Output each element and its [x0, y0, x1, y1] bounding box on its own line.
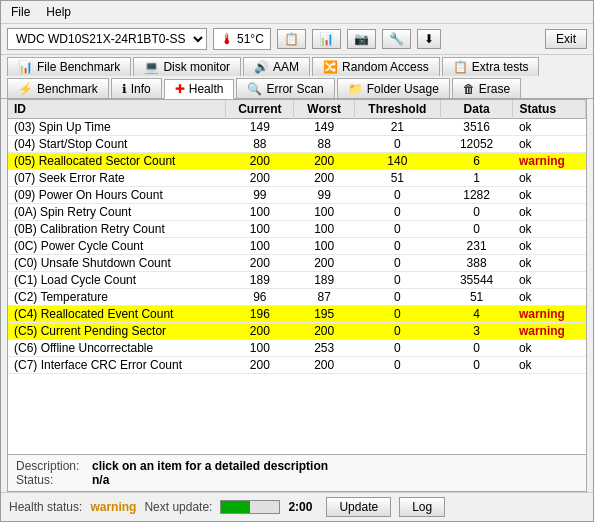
cell-worst: 149 — [294, 119, 354, 136]
tab-folder-usage[interactable]: 📁 Folder Usage — [337, 78, 450, 98]
tab-extra-tests[interactable]: 📋 Extra tests — [442, 57, 540, 76]
desc-label: Description: — [16, 459, 86, 473]
description-area: Description: click on an item for a deta… — [8, 454, 586, 491]
table-row[interactable]: (C7) Interface CRC Error Count 200 200 0… — [8, 357, 586, 374]
cell-id: (C1) Load Cycle Count — [8, 272, 226, 289]
cell-threshold: 0 — [354, 136, 440, 153]
table-row[interactable]: (03) Spin Up Time 149 149 21 3516 ok — [8, 119, 586, 136]
cell-id: (C6) Offline Uncorrectable — [8, 340, 226, 357]
table-row[interactable]: (0B) Calibration Retry Count 100 100 0 0… — [8, 221, 586, 238]
cell-data: 0 — [440, 340, 513, 357]
info-icon: ℹ — [122, 82, 127, 96]
tab-aam[interactable]: 🔊 AAM — [243, 57, 310, 76]
table-row[interactable]: (04) Start/Stop Count 88 88 0 12052 ok — [8, 136, 586, 153]
col-header-worst: Worst — [294, 100, 354, 119]
cell-current: 200 — [226, 255, 294, 272]
table-row[interactable]: (C6) Offline Uncorrectable 100 253 0 0 o… — [8, 340, 586, 357]
cell-threshold: 0 — [354, 187, 440, 204]
cell-threshold: 0 — [354, 238, 440, 255]
toolbar-btn-1[interactable]: 📋 — [277, 29, 306, 49]
cell-worst: 100 — [294, 221, 354, 238]
cell-threshold: 0 — [354, 255, 440, 272]
cell-id: (03) Spin Up Time — [8, 119, 226, 136]
col-header-data: Data — [440, 100, 513, 119]
tab-benchmark[interactable]: ⚡ Benchmark — [7, 78, 109, 98]
extra-tests-icon: 📋 — [453, 60, 468, 74]
main-window: File Help WDC WD10S21X-24R1BT0-SSHD-8GB … — [0, 0, 594, 522]
tab-info[interactable]: ℹ Info — [111, 78, 162, 98]
table-row[interactable]: (C1) Load Cycle Count 189 189 0 35544 ok — [8, 272, 586, 289]
cell-id: (09) Power On Hours Count — [8, 187, 226, 204]
cell-threshold: 51 — [354, 170, 440, 187]
erase-icon: 🗑 — [463, 82, 475, 96]
table-row[interactable]: (C0) Unsafe Shutdown Count 200 200 0 388… — [8, 255, 586, 272]
col-header-threshold: Threshold — [354, 100, 440, 119]
cell-data: 0 — [440, 221, 513, 238]
cell-threshold: 0 — [354, 323, 440, 340]
progress-bar-fill — [221, 501, 250, 513]
drive-selector[interactable]: WDC WD10S21X-24R1BT0-SSHD-8GB ( — [7, 28, 207, 50]
table-row[interactable]: (C2) Temperature 96 87 0 51 ok — [8, 289, 586, 306]
cell-worst: 99 — [294, 187, 354, 204]
cell-data: 12052 — [440, 136, 513, 153]
aam-icon: 🔊 — [254, 60, 269, 74]
cell-current: 100 — [226, 221, 294, 238]
cell-data: 51 — [440, 289, 513, 306]
cell-status: ok — [513, 289, 586, 306]
cell-data: 6 — [440, 153, 513, 170]
time-display: 2:00 — [288, 500, 318, 514]
cell-status: ok — [513, 357, 586, 374]
table-row[interactable]: (05) Reallocated Sector Count 200 200 14… — [8, 153, 586, 170]
status-label: Status: — [16, 473, 86, 487]
temperature-value: 51°C — [237, 32, 264, 46]
tabs-row2: ⚡ Benchmark ℹ Info ✚ Health 🔍 Error Scan… — [1, 76, 593, 99]
table-row[interactable]: (09) Power On Hours Count 99 99 0 1282 o… — [8, 187, 586, 204]
table-row[interactable]: (0C) Power Cycle Count 100 100 0 231 ok — [8, 238, 586, 255]
tab-disk-monitor[interactable]: 💻 Disk monitor — [133, 57, 241, 76]
cell-current: 99 — [226, 187, 294, 204]
col-header-status: Status — [513, 100, 586, 119]
cell-status: warning — [513, 323, 586, 340]
menu-help[interactable]: Help — [42, 4, 75, 20]
tab-random-access[interactable]: 🔀 Random Access — [312, 57, 440, 76]
cell-status: ok — [513, 221, 586, 238]
log-button[interactable]: Log — [399, 497, 445, 517]
cell-data: 35544 — [440, 272, 513, 289]
cell-threshold: 0 — [354, 221, 440, 238]
exit-button[interactable]: Exit — [545, 29, 587, 49]
cell-worst: 100 — [294, 204, 354, 221]
cell-threshold: 21 — [354, 119, 440, 136]
smart-table-container[interactable]: ID Current Worst Threshold Data Status (… — [8, 100, 586, 454]
tab-erase[interactable]: 🗑 Erase — [452, 78, 521, 98]
tab-error-scan[interactable]: 🔍 Error Scan — [236, 78, 334, 98]
cell-id: (C2) Temperature — [8, 289, 226, 306]
table-row[interactable]: (C4) Reallocated Event Count 196 195 0 4… — [8, 306, 586, 323]
cell-data: 3516 — [440, 119, 513, 136]
cell-current: 200 — [226, 323, 294, 340]
toolbar-btn-3[interactable]: 📷 — [347, 29, 376, 49]
tab-health[interactable]: ✚ Health — [164, 79, 235, 99]
benchmark-icon: ⚡ — [18, 82, 33, 96]
table-row[interactable]: (C5) Current Pending Sector 200 200 0 3 … — [8, 323, 586, 340]
cell-worst: 88 — [294, 136, 354, 153]
cell-id: (C0) Unsafe Shutdown Count — [8, 255, 226, 272]
tab-file-benchmark[interactable]: 📊 File Benchmark — [7, 57, 131, 76]
cell-worst: 200 — [294, 255, 354, 272]
col-header-id: ID — [8, 100, 226, 119]
menu-file[interactable]: File — [7, 4, 34, 20]
table-row[interactable]: (07) Seek Error Rate 200 200 51 1 ok — [8, 170, 586, 187]
table-row[interactable]: (0A) Spin Retry Count 100 100 0 0 ok — [8, 204, 586, 221]
cell-worst: 87 — [294, 289, 354, 306]
toolbar-btn-5[interactable]: ⬇ — [417, 29, 441, 49]
update-button[interactable]: Update — [326, 497, 391, 517]
health-status-value: warning — [90, 500, 136, 514]
cell-threshold: 0 — [354, 272, 440, 289]
cell-id: (0C) Power Cycle Count — [8, 238, 226, 255]
cell-threshold: 0 — [354, 340, 440, 357]
status-value: n/a — [92, 473, 109, 487]
cell-data: 388 — [440, 255, 513, 272]
cell-worst: 200 — [294, 357, 354, 374]
toolbar-btn-4[interactable]: 🔧 — [382, 29, 411, 49]
folder-usage-icon: 📁 — [348, 82, 363, 96]
toolbar-btn-2[interactable]: 📊 — [312, 29, 341, 49]
